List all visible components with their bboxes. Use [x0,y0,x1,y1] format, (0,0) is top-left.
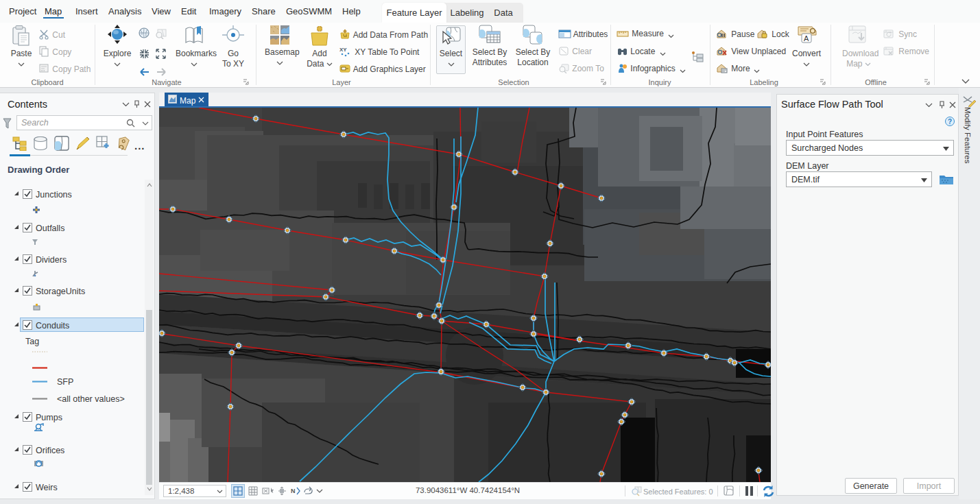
svg-text:N: N [291,488,296,494]
svg-text:XY: XY [339,47,347,53]
svg-text:A: A [804,34,809,43]
